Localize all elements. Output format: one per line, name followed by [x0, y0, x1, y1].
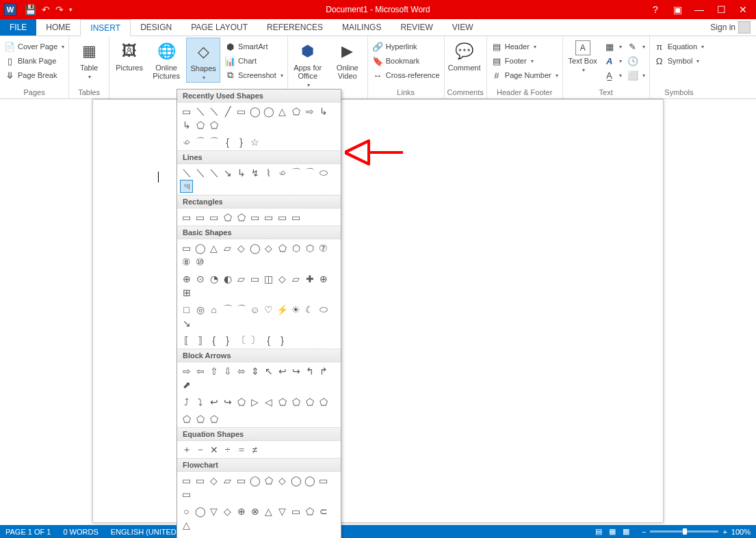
shape-item[interactable]: ▭: [235, 474, 248, 487]
shape-item[interactable]: ＼: [207, 105, 220, 118]
shape-item[interactable]: ▭: [262, 211, 275, 224]
shape-item[interactable]: ↩: [207, 395, 220, 408]
shape-item[interactable]: ▭: [180, 241, 193, 254]
shape-item[interactable]: ◇: [276, 474, 289, 487]
shape-item[interactable]: ↱: [317, 364, 330, 377]
shape-item[interactable]: ◯: [248, 474, 261, 487]
shape-item[interactable]: ⊕: [235, 505, 248, 517]
shape-item[interactable]: ◯: [262, 105, 275, 118]
shape-item[interactable]: ◇: [235, 241, 248, 254]
redo-icon[interactable]: ↷: [55, 4, 64, 15]
tab-home[interactable]: HOME: [36, 19, 80, 36]
shape-item[interactable]: ☆: [248, 135, 261, 148]
shape-item[interactable]: }: [235, 135, 248, 148]
shape-item[interactable]: ◔: [207, 272, 220, 285]
shape-item[interactable]: ⬠: [303, 395, 316, 408]
shape-item[interactable]: ✚: [303, 272, 316, 285]
shape-item[interactable]: ⬭: [317, 166, 330, 179]
footer-button[interactable]: ▤Footer: [490, 55, 560, 67]
shape-item[interactable]: ⬠: [289, 395, 302, 408]
shape-item[interactable]: ＼: [194, 105, 207, 118]
shape-item[interactable]: ⌒: [194, 135, 207, 148]
shape-item[interactable]: }: [221, 334, 234, 347]
shape-item[interactable]: ↘: [221, 166, 234, 179]
shape-item[interactable]: {: [262, 334, 275, 347]
shape-item[interactable]: ↳: [180, 118, 193, 131]
shape-item[interactable]: ↘: [180, 317, 193, 329]
shape-item[interactable]: ＝: [235, 443, 248, 456]
shape-item[interactable]: ⬯: [207, 535, 220, 538]
shape-item[interactable]: 〕: [248, 334, 261, 347]
drop-cap-button[interactable]: A̲: [603, 69, 623, 81]
web-layout-icon[interactable]: ▩: [623, 527, 629, 536]
screenshot-button[interactable]: ⧉Screenshot: [223, 69, 285, 81]
shape-item[interactable]: ⬠: [303, 505, 316, 517]
shape-item[interactable]: ⬠: [194, 412, 207, 425]
shape-item[interactable]: ▭: [180, 487, 193, 500]
shape-item[interactable]: ▭: [180, 474, 193, 487]
shape-item[interactable]: ꩜: [276, 166, 289, 179]
shape-item[interactable]: ⊂: [317, 505, 330, 517]
shape-item[interactable]: ⬠: [235, 211, 248, 224]
shape-item[interactable]: ⌒: [221, 303, 234, 316]
shape-item[interactable]: {: [207, 334, 220, 347]
shape-item[interactable]: ⌂: [207, 303, 220, 316]
shape-item[interactable]: ☺: [248, 303, 261, 316]
shape-item[interactable]: ⬠: [262, 474, 275, 487]
smartart-button[interactable]: ⬢SmartArt: [223, 40, 285, 53]
shape-item[interactable]: ⬭: [180, 535, 193, 538]
shape-item[interactable]: ◯: [194, 505, 207, 517]
zoom-level[interactable]: 100%: [731, 528, 751, 536]
zoom-slider[interactable]: [650, 530, 718, 533]
shape-item[interactable]: ꩟: [180, 180, 193, 193]
shape-item[interactable]: ⌒: [207, 135, 220, 148]
header-button[interactable]: ▤Header: [490, 40, 560, 53]
ribbon-display-icon[interactable]: ▣: [671, 4, 683, 15]
shape-item[interactable]: ⊕: [180, 272, 193, 285]
shape-item[interactable]: }: [276, 334, 289, 347]
bookmark-button[interactable]: 🔖Bookmark: [371, 55, 441, 67]
shape-item[interactable]: ▭: [248, 272, 261, 285]
shape-item[interactable]: ⬡: [303, 241, 316, 254]
object-button[interactable]: ⬜: [626, 69, 647, 81]
shape-item[interactable]: △: [207, 241, 220, 254]
online-video-button[interactable]: ▶Online Video: [330, 38, 365, 80]
shape-item[interactable]: ◇: [276, 272, 289, 285]
cross-reference-button[interactable]: ↔Cross-reference: [371, 69, 441, 81]
shape-item[interactable]: －: [194, 443, 207, 456]
text-box-button[interactable]: AText Box: [566, 38, 600, 75]
shape-item[interactable]: ＼: [180, 166, 193, 179]
online-pictures-button[interactable]: 🌐Online Pictures: [149, 38, 183, 80]
shape-item[interactable]: ▭: [180, 105, 193, 118]
shape-item[interactable]: ◯: [248, 105, 261, 118]
shape-item[interactable]: ⇦: [194, 364, 207, 377]
symbol-button[interactable]: ΩSymbol: [653, 55, 705, 67]
maximize-icon[interactable]: ☐: [715, 4, 727, 15]
shape-item[interactable]: ⬠: [317, 395, 330, 408]
tab-mailings[interactable]: MAILINGS: [333, 19, 391, 36]
minimize-icon[interactable]: —: [693, 4, 705, 15]
shape-item[interactable]: ▭: [276, 211, 289, 224]
shape-item[interactable]: ⤴: [180, 395, 193, 408]
shape-item[interactable]: ◎: [194, 303, 207, 316]
shape-item[interactable]: ▭: [194, 211, 207, 224]
shape-item[interactable]: ⌒: [235, 303, 248, 316]
shape-item[interactable]: ◇: [262, 241, 275, 254]
shape-item[interactable]: ◁: [262, 395, 275, 408]
shape-item[interactable]: ◯: [194, 241, 207, 254]
shape-item[interactable]: ＋: [180, 443, 193, 456]
shape-item[interactable]: ↩: [276, 364, 289, 377]
shape-item[interactable]: ⌒: [303, 166, 316, 179]
shape-item[interactable]: △: [262, 505, 275, 517]
shape-item[interactable]: ○: [180, 505, 193, 517]
zoom-in-icon[interactable]: +: [722, 528, 727, 536]
shape-item[interactable]: ⊖: [194, 535, 207, 538]
shape-item[interactable]: ÷: [221, 443, 234, 456]
shape-item[interactable]: ↳: [235, 166, 248, 179]
tab-references[interactable]: REFERENCES: [257, 19, 333, 36]
shape-item[interactable]: ⬄: [235, 364, 248, 377]
shape-item[interactable]: ⊞: [180, 286, 193, 299]
shape-item[interactable]: ⇧: [207, 364, 220, 377]
shape-item[interactable]: ▭: [194, 474, 207, 487]
qat-customize-icon[interactable]: ▾: [69, 6, 73, 13]
